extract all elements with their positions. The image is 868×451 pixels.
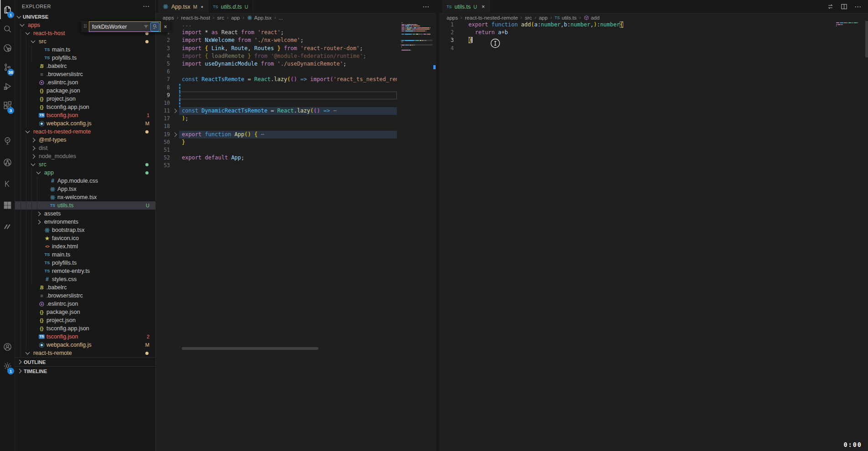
explorer-more-actions-icon[interactable]: ⋯	[143, 4, 150, 9]
tree-item--browserslistrc[interactable]: ≡.browserslistrc	[15, 292, 155, 300]
tab-utils-d-ts[interactable]: TSutils.d.tsU	[208, 0, 253, 13]
activitybar-item-run-debug[interactable]	[0, 77, 15, 96]
code-line[interactable]: 2import NxWelcome from './nx-welcome';	[155, 36, 436, 44]
code-line[interactable]: 3}	[439, 36, 868, 44]
tree-item-package-json[interactable]: {}package.json	[15, 87, 155, 95]
fold-chevron-icon[interactable]	[172, 132, 177, 137]
tree-item-react-ts-nested-remote[interactable]: react-ts-nested-remote	[15, 128, 155, 136]
activitybar-item-explorer[interactable]: 1	[0, 0, 15, 19]
timeline-section-header[interactable]: TIMELINE	[15, 366, 155, 375]
tree-item-dist[interactable]: dist	[15, 144, 155, 152]
activitybar-item-grid-tool[interactable]	[0, 195, 15, 215]
open-changes-icon[interactable]	[827, 3, 834, 10]
fold-chevron-icon[interactable]	[172, 109, 177, 113]
code-line[interactable]: 18	[155, 123, 436, 130]
tree-item-styles-css[interactable]: #styles.css	[15, 275, 155, 283]
breadcrumb-item[interactable]: apps	[447, 15, 458, 20]
tree-item-assets[interactable]: assets	[15, 210, 155, 218]
code-line[interactable]: 51	[155, 146, 436, 154]
tree-item-environments[interactable]: environments	[15, 218, 155, 226]
activitybar-item-remote-tool[interactable]	[0, 38, 15, 57]
tree-item-app[interactable]: app	[15, 169, 155, 177]
code-line[interactable]: 1import * as React from 'react';	[155, 29, 436, 36]
code-line[interactable]: 11const DynamicReactTsRemote = React.laz…	[155, 107, 436, 115]
code-line[interactable]: 52export default App;	[155, 154, 436, 162]
split-editor-icon[interactable]	[841, 3, 847, 10]
code-line[interactable]: 53	[155, 162, 436, 169]
tree-item-remote-entry-ts[interactable]: TSremote-entry.ts	[15, 267, 155, 275]
filter-icon[interactable]	[143, 24, 149, 30]
breadcrumb-item[interactable]: App.tsx	[247, 15, 272, 20]
tree-item-main-ts[interactable]: TSmain.ts	[15, 251, 155, 259]
tree-item-package-json[interactable]: {}package.json	[15, 308, 155, 316]
code-line[interactable]: 6	[155, 68, 436, 76]
code-line[interactable]: 50}	[155, 138, 436, 146]
tree-item-nx-welcome-tsx[interactable]: nx-welcome.tsx	[15, 193, 155, 201]
code-line[interactable]: 8	[155, 84, 436, 92]
tree-item--browserslistrc[interactable]: ≡.browserslistrc	[15, 70, 155, 78]
tree-item-webpack-config-js[interactable]: webpack.config.jsM	[15, 119, 155, 128]
tree-item-project-json[interactable]: {}project.json	[15, 316, 155, 324]
tree-item--babelrc[interactable]: Β.babelrc	[15, 62, 155, 70]
close-icon[interactable]: ×	[482, 4, 485, 10]
code-line[interactable]: ...	[155, 21, 436, 29]
breadcrumb-item[interactable]: apps	[163, 15, 174, 20]
outline-section-header[interactable]: OUTLINE	[15, 357, 155, 366]
more-actions-icon[interactable]: ⋯	[854, 5, 862, 9]
tree-item-index-html[interactable]: <>index.html	[15, 242, 155, 251]
tree-item--eslintrc-json[interactable]: .eslintrc.json	[15, 78, 155, 87]
close-icon[interactable]: ×	[162, 24, 169, 30]
activitybar-item-source-control[interactable]: 38	[0, 57, 15, 77]
tree-filter-input[interactable]	[92, 24, 142, 30]
tree-item-polyfills-ts[interactable]: TSpolyfills.ts	[15, 54, 155, 62]
breadcrumb-item[interactable]: src	[217, 15, 224, 20]
activitybar-item-extensions[interactable]: 3	[0, 96, 15, 115]
breadcrumb-item[interactable]: ...	[278, 15, 283, 20]
editor-group-divider[interactable]	[436, 0, 439, 451]
tree-item-main-ts[interactable]: TSmain.ts	[15, 46, 155, 54]
tree-item-src[interactable]: src	[15, 37, 155, 46]
tree-item-webpack-config-js[interactable]: webpack.config.jsM	[15, 341, 155, 349]
code-line[interactable]: 3import { Link, Route, Routes } from 're…	[155, 45, 436, 52]
tree-item--mf-types[interactable]: @mf-types	[15, 136, 155, 144]
tab-utils-ts[interactable]: TSutils.tsU×	[442, 0, 490, 13]
breadcrumb-item[interactable]: react-ts-host	[181, 15, 210, 20]
code-line[interactable]: 10	[155, 99, 436, 107]
tree-item--babelrc[interactable]: Β.babelrc	[15, 283, 155, 292]
breadcrumb-item[interactable]: app	[231, 15, 240, 20]
tree-item-app-module-css[interactable]: #App.module.css	[15, 177, 155, 185]
tree-item-src[interactable]: src	[15, 160, 155, 169]
tree-item-favicon-ico[interactable]: ★favicon.ico	[15, 234, 155, 242]
code-line[interactable]: 5import useDynamicModule from './useDyna…	[155, 60, 436, 68]
tree-item-tsconfig-json[interactable]: TStsconfig.json1	[15, 111, 155, 119]
code-line[interactable]: 2 return a+b	[439, 29, 868, 36]
activitybar-item-accounts[interactable]	[0, 337, 15, 356]
activitybar-item-wave-tool[interactable]	[0, 217, 15, 236]
tree-item-node-modules[interactable]: node_modules	[15, 152, 155, 160]
tree-item-utils-ts[interactable]: TSutils.tsU	[15, 201, 155, 210]
code-line[interactable]: 19export function App() { ⋯	[155, 131, 436, 138]
more-actions-icon[interactable]: ⋯	[422, 5, 430, 9]
activitybar-item-k-tool[interactable]	[0, 174, 15, 193]
drag-grip-icon[interactable]: ⠿	[82, 24, 88, 30]
horizontal-scrollbar[interactable]	[182, 347, 318, 350]
tree-item-tsconfig-app-json[interactable]: {}tsconfig.app.json	[15, 103, 155, 111]
breadcrumb-item[interactable]: TSutils.ts	[555, 15, 576, 20]
tree-item-project-json[interactable]: {}project.json	[15, 95, 155, 103]
tree-item-react-ts-remote[interactable]: react-ts-remote	[15, 349, 155, 357]
breadcrumb-item[interactable]: app	[539, 15, 548, 20]
activitybar-item-settings[interactable]: 1	[0, 356, 15, 375]
tree-item-bootstrap-tsx[interactable]: bootstrap.tsx	[15, 226, 155, 234]
code-line[interactable]: 17);	[155, 115, 436, 123]
breadcrumb-item[interactable]: add	[584, 15, 600, 20]
code-line[interactable]: 9	[155, 92, 436, 99]
workspace-section-header[interactable]: UNIVERSE	[15, 13, 155, 21]
vertical-scrollbar[interactable]	[865, 21, 868, 57]
tree-item-app-tsx[interactable]: App.tsx	[15, 185, 155, 193]
breadcrumb-item[interactable]: react-ts-nested-remote	[465, 15, 518, 20]
tree-item-polyfills-ts[interactable]: TSpolyfills.ts	[15, 259, 155, 267]
tree-item--eslintrc-json[interactable]: .eslintrc.json	[15, 300, 155, 308]
tree-item-tsconfig-app-json[interactable]: {}tsconfig.app.json	[15, 324, 155, 333]
code-line[interactable]: 4import { loadRemote } from '@module-fed…	[155, 52, 436, 60]
activitybar-item-testing-tree[interactable]	[0, 131, 15, 150]
